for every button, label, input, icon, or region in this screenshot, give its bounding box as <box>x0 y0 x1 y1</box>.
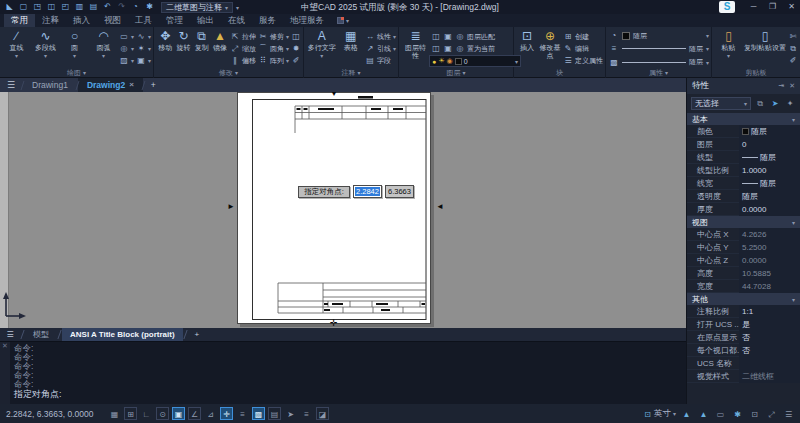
edit-block-icon[interactable]: ✎ <box>563 44 573 53</box>
save-as-icon[interactable]: ◰ <box>60 0 71 14</box>
dynamic-input-x-field[interactable]: 2.2842 <box>353 185 382 198</box>
lineweight-control[interactable]: ▩随层▾ <box>609 57 709 68</box>
addon-menu-icon[interactable]: ▾ <box>337 17 349 24</box>
settings-gear-icon[interactable]: ✱ <box>731 407 744 420</box>
offset-icon[interactable]: ∥ <box>230 56 240 65</box>
circle-button[interactable]: ○圆▾ <box>61 29 88 68</box>
property-value[interactable]: 随层 <box>739 151 800 164</box>
mirror-button[interactable]: ▲镜像 <box>212 29 228 68</box>
line-button[interactable]: ∕直线▾ <box>3 29 30 68</box>
layer-isolate-icon[interactable]: ▣ <box>443 44 453 53</box>
options-gear-icon[interactable]: ✱ <box>144 0 155 14</box>
trim-label[interactable]: 修剪 <box>270 32 284 42</box>
annotation-visibility-icon[interactable]: ▲ <box>680 407 693 420</box>
new-layout-button[interactable]: + <box>188 330 207 339</box>
layer-dropdown[interactable]: ● ☀ ◉ 0 ▾ <box>429 55 521 67</box>
layout-menu-icon[interactable]: ☰ <box>0 330 20 339</box>
workspace-switcher[interactable]: 二维草图与注释 ▾ <box>161 2 233 13</box>
layout1-tab[interactable]: ANSI A Title Block (portrait) <box>62 328 183 341</box>
stretch-icon[interactable]: ⇱ <box>230 32 240 41</box>
clipboard-group-label[interactable]: 剪贴板 <box>712 68 800 78</box>
selection-dropdown[interactable]: 无选择▾ <box>691 97 751 110</box>
open-file-icon[interactable]: ◳ <box>32 0 43 14</box>
command-window[interactable]: ✕ 命令: 命令: 命令: 命令: 命令: 指定对角点: <box>0 341 686 404</box>
brush-icon[interactable]: ✐ <box>291 56 301 65</box>
region-icon[interactable]: ▣ <box>136 56 146 65</box>
annotation-monitor-toggle[interactable]: ➤ <box>284 407 297 420</box>
dynamic-input-y-field[interactable]: 6.3663 <box>385 185 414 198</box>
layer-properties-button[interactable]: ≣图层特性 <box>402 29 429 68</box>
close-panel-icon[interactable]: ✕ <box>789 82 795 90</box>
dynamic-input-toggle[interactable]: ✛ <box>220 407 233 420</box>
layout-paper[interactable] <box>237 92 431 324</box>
field-icon[interactable]: ▤ <box>365 56 375 65</box>
section-view[interactable]: 视图▾ <box>687 216 800 228</box>
leader-icon[interactable]: ↗ <box>365 44 375 53</box>
new-file-icon[interactable]: ▢ <box>18 0 29 14</box>
auto-hide-pin-icon[interactable]: ⇥ <box>778 82 784 90</box>
layers-group-label[interactable]: 图层 ▾ <box>399 68 513 78</box>
object-snap-toggle[interactable]: ▣ <box>172 407 185 420</box>
redo-icon[interactable]: ↷ <box>116 0 127 14</box>
property-value[interactable]: 0 <box>739 138 800 151</box>
units-dropdown[interactable]: ⊡英寸▾ <box>643 407 676 420</box>
edit-block-label[interactable]: 编辑 <box>575 44 589 54</box>
array-label[interactable]: 阵列 <box>270 56 284 66</box>
property-value[interactable]: 随层 <box>739 125 800 138</box>
select-objects-icon[interactable]: ➤ <box>769 99 781 108</box>
block-group-label[interactable]: 块 <box>514 68 605 78</box>
selection-cycling-toggle[interactable]: ▤ <box>268 407 281 420</box>
offset-label[interactable]: 偏移 <box>242 56 256 66</box>
layer-lock-icon[interactable]: ◫ <box>431 44 441 53</box>
trim-icon[interactable]: ✂ <box>258 32 268 41</box>
property-value[interactable]: 否 <box>739 344 800 357</box>
polar-tracking-toggle[interactable]: ⊙ <box>156 407 169 420</box>
status-menu-icon[interactable]: ☰ <box>782 407 795 420</box>
viewport-arrow-left[interactable]: ► <box>227 203 235 211</box>
move-button[interactable]: ✥移动 <box>157 29 173 68</box>
tab-services[interactable]: 服务 <box>252 14 283 27</box>
match-properties-icon[interactable]: ✐ <box>788 56 798 65</box>
paste-button[interactable]: ▯粘贴▾ <box>715 29 742 68</box>
modify-group-label[interactable]: 修改 ▾ <box>154 68 303 78</box>
property-value[interactable]: 0.0000 <box>739 203 800 216</box>
lineweight-display-toggle[interactable]: ≡ <box>236 407 249 420</box>
tab-annotate[interactable]: 注释 <box>35 14 66 27</box>
arc-button[interactable]: ◠圆弧▾ <box>90 29 117 68</box>
create-block-label[interactable]: 创建 <box>575 32 589 42</box>
stretch-label[interactable]: 拉伸 <box>242 32 256 42</box>
copy-paste-settings-button[interactable]: ▯复制粘贴设置 <box>744 29 786 68</box>
properties-group-label[interactable]: 属性 ▾ <box>606 68 711 78</box>
donut-icon[interactable]: ◎ <box>119 44 129 53</box>
clean-screen-icon[interactable]: ⊡ <box>748 407 761 420</box>
layer-freeze-icon[interactable]: ▣ <box>443 32 453 41</box>
explode-icon[interactable]: ✸ <box>291 44 301 53</box>
workspace-switch-icon[interactable]: ▭ <box>714 407 727 420</box>
leader-label[interactable]: 引线 <box>377 44 391 54</box>
dim-linear-label[interactable]: 线性 <box>377 32 391 42</box>
quick-properties-toggle[interactable]: ≡ <box>300 407 313 420</box>
toolbar-options-icon[interactable]: ▾ <box>236 4 239 11</box>
annotation-autoscale-icon[interactable]: ▲ <box>697 407 710 420</box>
transparency-toggle[interactable]: ▩ <box>252 407 265 420</box>
annotate-group-label[interactable]: 注释 ▾ <box>304 68 398 78</box>
copy-clip-icon[interactable]: ⧉ <box>788 44 798 54</box>
base-point-button[interactable]: ⊕修改基点 <box>539 29 561 68</box>
section-misc[interactable]: 其他▾ <box>687 293 800 305</box>
layer-state-icon[interactable]: ◫ <box>431 32 441 41</box>
field-label[interactable]: 字段 <box>377 56 391 66</box>
set-current-label[interactable]: 置为当前 <box>467 44 495 54</box>
tab-tools[interactable]: 工具 <box>128 14 159 27</box>
fillet-icon[interactable]: ⌒ <box>258 43 268 54</box>
section-basic[interactable]: 基本▾ <box>687 113 800 125</box>
model-tab[interactable]: 模型 <box>25 328 57 341</box>
layer-walk-icon[interactable]: ◎ <box>455 44 465 53</box>
plot-preview-icon[interactable]: ▤ <box>88 0 99 14</box>
cut-icon[interactable]: ✄ <box>788 32 798 41</box>
close-button[interactable]: ✕ <box>783 0 800 14</box>
property-value[interactable]: 二维线框 <box>739 370 800 383</box>
property-value[interactable]: 1.0000 <box>739 164 800 177</box>
layer-match-label[interactable]: 图层匹配 <box>467 32 495 42</box>
fillet-label[interactable]: 圆角 <box>270 44 284 54</box>
array-icon[interactable]: ⠿ <box>258 56 268 65</box>
